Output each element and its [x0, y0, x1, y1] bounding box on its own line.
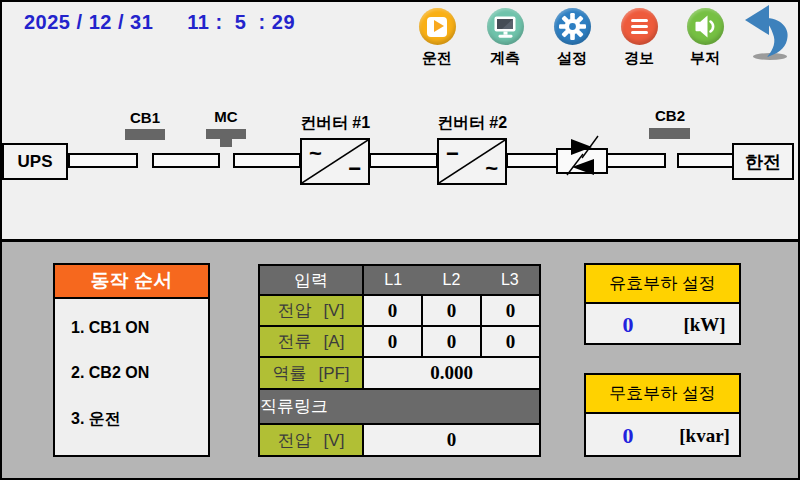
phase-l3: L3 [481, 271, 539, 289]
nav-label-alarm: 경보 [616, 49, 662, 68]
datetime: 2025 / 12 / 3111 : 5 : 29 [24, 11, 295, 34]
active-load-title: 유효부하 설정 [586, 265, 739, 304]
reactive-load-body: 0 [kvar] [586, 414, 739, 457]
cb2-label: CB2 [640, 107, 700, 124]
bus-segment [152, 153, 220, 168]
sequence-step: 2. CB2 ON [71, 364, 208, 382]
sequence-panel: 동작 순서 1. CB1 ON 2. CB2 ON 3. 운전 [53, 263, 210, 457]
dc-voltage-value: 0 [363, 424, 540, 456]
voltage-l3-value: 0 [481, 295, 540, 326]
sequence-step: 1. CB1 ON [71, 319, 208, 337]
mc-contactor-tab [220, 139, 232, 147]
phase-l1: L1 [364, 271, 422, 289]
bus-segment [677, 153, 735, 168]
nav-label-measure: 계측 [482, 49, 528, 68]
converter1-dc-symbol: − [348, 158, 361, 180]
sequence-list: 1. CB1 ON 2. CB2 ON 3. 운전 [55, 299, 208, 430]
mc-contactor [206, 129, 246, 139]
voltage-l1-value: 0 [363, 295, 422, 326]
back-button[interactable] [742, 5, 794, 61]
nav-label-settings: 설정 [549, 49, 595, 68]
cb2-breaker [649, 128, 690, 139]
bus-segment [506, 153, 561, 168]
bus-segment [369, 153, 438, 168]
current-l1-value: 0 [363, 326, 422, 357]
nav-label-run: 운전 [414, 49, 460, 68]
ups-label: UPS [18, 152, 53, 172]
time-text: 11 : 5 : 29 [187, 11, 295, 33]
phase-l2: L2 [422, 271, 480, 289]
reactive-load-title: 무효부하 설정 [586, 375, 739, 414]
converter2-box: − ~ [437, 138, 507, 185]
reactive-load-value[interactable]: 0 [586, 423, 670, 449]
thyristor-switch-icon [554, 131, 610, 177]
menu-lines-icon [621, 8, 658, 45]
converter2-ac-symbol: ~ [485, 158, 498, 180]
back-arrow-icon [742, 5, 794, 61]
date-text: 2025 / 12 / 31 [24, 11, 153, 33]
nav-button-settings[interactable]: 설정 [549, 8, 595, 68]
reactive-load-panel: 무효부하 설정 0 [kvar] [584, 373, 741, 457]
reactive-load-unit: [kvar] [670, 425, 739, 447]
pf-value: 0.000 [363, 357, 540, 389]
active-load-body: 0 [kW] [586, 304, 739, 345]
grid-box: 한전 [732, 143, 794, 180]
cb1-label: CB1 [115, 109, 175, 126]
bus-segment [603, 153, 666, 168]
cb1-breaker [125, 129, 165, 140]
nav-button-alarm[interactable]: 경보 [616, 8, 662, 68]
voltage-row-label: 전압[V] [259, 295, 363, 326]
bus-segment [68, 153, 138, 168]
voltage-l2-value: 0 [422, 295, 481, 326]
nav-button-measure[interactable]: 계측 [482, 8, 528, 68]
gear-icon [554, 8, 591, 45]
input-measurement-table: 입력 L1 L2 L3 전압[V] 0 0 0 전류[A] 0 0 0 역률[P… [258, 264, 541, 457]
nav-button-buzzer[interactable]: 부저 [682, 8, 728, 68]
monitor-icon [487, 8, 524, 45]
converter1-label: 컨버터 #1 [290, 113, 380, 134]
phase-header: L1 L2 L3 [363, 265, 540, 295]
mc-label: MC [196, 108, 256, 125]
converter2-dc-symbol: − [446, 143, 459, 165]
converter2-label: 컨버터 #2 [427, 113, 517, 134]
play-icon [419, 8, 456, 45]
current-l3-value: 0 [481, 326, 540, 357]
grid-label: 한전 [745, 150, 781, 174]
sequence-step: 3. 운전 [71, 409, 208, 430]
table-title: 입력 [259, 265, 363, 295]
bus-segment [233, 153, 301, 168]
active-load-unit: [kW] [670, 314, 739, 336]
ups-box: UPS [2, 143, 68, 180]
converter1-ac-symbol: ~ [309, 143, 322, 165]
sequence-panel-title: 동작 순서 [55, 265, 208, 299]
active-load-value[interactable]: 0 [586, 312, 670, 338]
dc-link-section-title: 직류링크 [259, 389, 540, 424]
dc-voltage-row-label: 전압[V] [259, 424, 363, 456]
speaker-icon [687, 8, 724, 45]
converter1-box: ~ − [300, 138, 370, 185]
current-l2-value: 0 [422, 326, 481, 357]
hmi-screen: 2025 / 12 / 3111 : 5 : 29 운전 계측 [0, 0, 800, 480]
nav-label-buzzer: 부저 [682, 49, 728, 68]
pf-row-label: 역률[PF] [259, 357, 363, 389]
current-row-label: 전류[A] [259, 326, 363, 357]
active-load-panel: 유효부하 설정 0 [kW] [584, 263, 741, 345]
nav-button-run[interactable]: 운전 [414, 8, 460, 68]
